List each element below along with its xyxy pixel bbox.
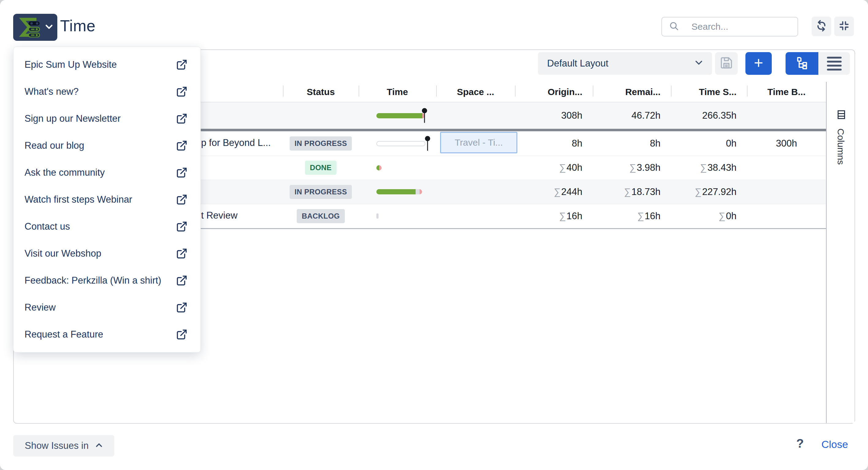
chevron-up-icon	[95, 443, 103, 449]
chevron-down-icon	[695, 60, 703, 67]
menu-item-watch-first-steps-webinar[interactable]: Watch first steps Webinar	[13, 186, 200, 213]
menu-item-review[interactable]: Review	[13, 294, 200, 321]
menu-item-label: Request a Feature	[25, 329, 103, 340]
column-divider	[747, 86, 748, 96]
collapse-arrows-icon	[839, 20, 849, 32]
menu-item-label: Sign up our Newsletter	[25, 113, 121, 124]
pin-marker-icon[interactable]	[424, 136, 431, 153]
origin-cell: ∑16h	[515, 204, 593, 228]
time-progress-bar	[376, 140, 429, 147]
issue-summary: p for Beyond L...	[201, 137, 271, 148]
external-link-icon	[176, 59, 188, 70]
status-badge: BACKLOG	[297, 209, 344, 223]
menu-item-label: What's new?	[25, 86, 79, 97]
menu-item-label: Contact us	[25, 221, 70, 232]
add-issue-button[interactable]: +	[745, 52, 772, 75]
origin-cell: ∑244h	[515, 180, 593, 204]
external-link-icon	[176, 221, 188, 232]
column-divider	[593, 86, 593, 96]
column-header-time-b[interactable]: Time B...	[747, 82, 826, 102]
column-header-time[interactable]: Time	[359, 82, 436, 102]
layout-select[interactable]: Default Layout	[538, 52, 712, 75]
list-view-icon	[827, 57, 842, 70]
remaining-cell: 46.72h	[593, 102, 671, 129]
refresh-icon	[815, 20, 827, 33]
menu-item-request-a-feature[interactable]: Request a Feature	[13, 321, 200, 348]
menu-item-what-s-new[interactable]: What's new?	[13, 78, 200, 105]
menu-item-ask-the-community[interactable]: Ask the community	[13, 159, 200, 186]
menu-item-visit-our-webshop[interactable]: Visit our Webshop	[13, 240, 200, 267]
column-header-space[interactable]: Space ...	[436, 82, 515, 102]
magnifier-icon	[669, 21, 679, 32]
menu-item-label: Watch first steps Webinar	[25, 194, 132, 205]
menu-item-label: Review	[25, 302, 56, 313]
status-cell: IN PROGRESS	[283, 180, 359, 204]
external-link-icon	[176, 86, 188, 97]
status-cell: DONE	[283, 156, 359, 180]
external-link-icon	[176, 329, 188, 340]
column-header-remai[interactable]: Remai...	[593, 82, 671, 102]
column-divider	[515, 86, 516, 96]
external-link-icon	[176, 113, 188, 124]
remaining-cell: 8h	[593, 131, 671, 156]
origin-cell: ∑40h	[515, 156, 593, 180]
issue-summary: t Review	[201, 210, 238, 221]
menu-item-epic-sum-up-website[interactable]: Epic Sum Up Website	[13, 51, 200, 78]
external-link-icon	[176, 167, 188, 178]
space-field-editor[interactable]: Travel - Ti...	[440, 132, 517, 153]
collapse-button[interactable]	[834, 17, 854, 36]
menu-item-label: Visit our Webshop	[25, 248, 101, 259]
epic-sum-up-dialog: Time Default Layout	[0, 0, 868, 470]
time-spent-cell: 0h	[671, 131, 747, 156]
menu-item-read-our-blog[interactable]: Read our blog	[13, 132, 200, 159]
time-spent-cell: ∑227.92h	[671, 180, 747, 204]
tree-view-icon	[795, 56, 809, 71]
search-input[interactable]	[691, 21, 790, 32]
close-button[interactable]: Close	[822, 438, 848, 450]
menu-item-label: Epic Sum Up Website	[25, 59, 117, 70]
menu-item-label: Read our blog	[25, 140, 84, 151]
chevron-down-icon	[45, 24, 53, 31]
help-button[interactable]: ?	[796, 437, 804, 450]
menu-item-contact-us[interactable]: Contact us	[13, 213, 200, 240]
external-link-icon	[176, 275, 188, 286]
menu-item-label: Ask the community	[25, 167, 105, 178]
tree-view-toggle[interactable]	[785, 52, 818, 75]
show-issues-in-button[interactable]: Show Issues in	[13, 435, 114, 457]
menu-item-label: Feedback: Perkzilla (Win a shirt)	[25, 275, 161, 286]
status-badge: IN PROGRESS	[290, 185, 352, 199]
epic-sum-up-logo-icon	[18, 17, 47, 39]
menu-item-sign-up-our-newsletter[interactable]: Sign up our Newsletter	[13, 105, 200, 132]
time-budget-cell: 300h	[747, 131, 826, 156]
columns-panel-toggle[interactable]: Columns	[826, 82, 855, 423]
save-layout-button[interactable]	[715, 52, 738, 75]
external-link-icon	[176, 140, 188, 151]
external-link-icon	[176, 194, 188, 205]
time-spent-cell: ∑38.43h	[671, 156, 747, 180]
list-view-toggle[interactable]	[818, 52, 850, 75]
time-progress-bar	[376, 188, 429, 195]
columns-panel-label: Columns	[836, 128, 846, 165]
external-link-icon	[176, 248, 188, 259]
status-badge: DONE	[305, 160, 337, 175]
plus-icon: +	[754, 55, 763, 71]
status-cell: BACKLOG	[283, 204, 359, 228]
column-header-origin[interactable]: Origin...	[515, 82, 593, 102]
search-box[interactable]	[661, 17, 798, 36]
refresh-button[interactable]	[812, 17, 831, 36]
menu-item-feedback-perkzilla-win-a-shirt[interactable]: Feedback: Perkzilla (Win a shirt)	[13, 267, 200, 294]
column-divider	[359, 86, 359, 96]
time-spent-cell: 266.35h	[671, 102, 747, 129]
status-cell: IN PROGRESS	[283, 131, 359, 156]
table-columns-icon	[835, 110, 846, 120]
remaining-cell: ∑16h	[593, 204, 671, 228]
pin-marker-icon[interactable]	[421, 108, 428, 125]
column-header-time-s[interactable]: Time S...	[671, 82, 747, 102]
time-spent-cell: ∑0h	[671, 204, 747, 228]
app-logo-menu-button[interactable]	[13, 14, 57, 41]
time-progress-bar	[376, 164, 429, 171]
time-progress-bar	[376, 112, 429, 119]
column-header-status[interactable]: Status	[283, 82, 359, 102]
remaining-cell: ∑3.98h	[593, 156, 671, 180]
status-badge: IN PROGRESS	[290, 137, 352, 150]
